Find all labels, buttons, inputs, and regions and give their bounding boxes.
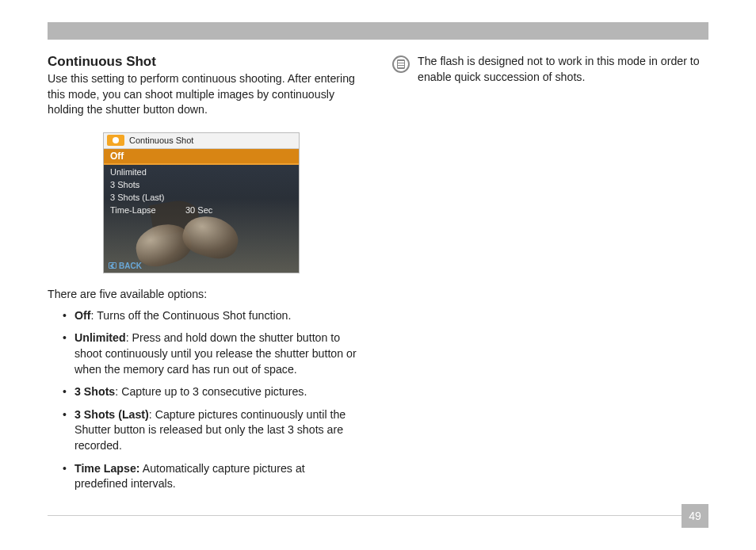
footer-rule: [48, 515, 682, 516]
list-item: Unlimited: Press and hold down the shutt…: [74, 330, 361, 377]
camera-icon: [107, 135, 124, 146]
screenshot-option: Unlimited: [110, 166, 212, 179]
screenshot-back: BACK: [109, 262, 142, 270]
screenshot-option: 3 Shots: [110, 179, 212, 192]
screenshot-option: 3 Shots (Last): [110, 192, 212, 204]
screenshot-option: Time-Lapse30 Sec: [110, 204, 212, 217]
screenshot-title: Continuous Shot: [129, 136, 193, 145]
intro-text: Use this setting to perform continuous s…: [48, 71, 361, 118]
ui-screenshot: Continuous Shot Off Unlimited 3 Shots 3 …: [103, 132, 300, 273]
left-column: Continuous Shot Use this setting to perf…: [48, 54, 361, 499]
screenshot-selected-row: Off: [104, 149, 299, 165]
note-text: The flash is designed not to work in thi…: [418, 54, 708, 86]
options-list: Off: Turns off the Continuous Shot funct…: [48, 308, 361, 492]
note: The flash is designed not to work in thi…: [392, 54, 708, 86]
screenshot-body: Off Unlimited 3 Shots 3 Shots (Last) Tim…: [104, 149, 299, 273]
right-column: The flash is designed not to work in thi…: [392, 54, 708, 499]
list-item: Off: Turns off the Continuous Shot funct…: [74, 308, 361, 324]
section-heading: Continuous Shot: [48, 54, 361, 70]
header-bar: [48, 22, 708, 40]
options-intro: There are five available options:: [48, 288, 361, 300]
screenshot-option-list: Unlimited 3 Shots 3 Shots (Last) Time-La…: [110, 166, 212, 217]
page-number: 49: [682, 504, 708, 528]
note-icon: [392, 55, 410, 73]
list-item: 3 Shots: Capture up to 3 consecutive pic…: [74, 384, 361, 400]
list-item: Time Lapse: Automatically capture pictur…: [74, 461, 361, 492]
back-icon: [109, 262, 116, 269]
list-item: 3 Shots (Last): Capture pictures continu…: [74, 407, 361, 454]
page-content: Continuous Shot Use this setting to perf…: [48, 54, 708, 499]
screenshot-titlebar: Continuous Shot: [104, 133, 299, 149]
